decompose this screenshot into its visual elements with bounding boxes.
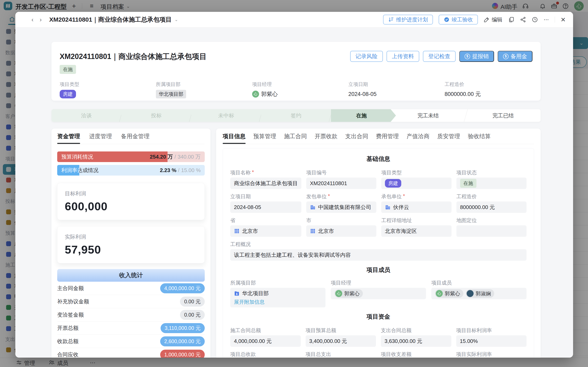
city-input[interactable]: 北京市 [306, 225, 376, 237]
value-box[interactable]: 4,000,000.00 元 [230, 335, 301, 347]
modal-title: XM2024110801｜商业综合体施工总承包项目 [49, 16, 172, 24]
avatar: 心 [436, 290, 443, 297]
tab-invoicing[interactable]: 开票收款 [315, 129, 338, 144]
province-input[interactable]: 北京市 [230, 225, 301, 237]
map-location-input[interactable] [456, 225, 527, 237]
submit-expense-button[interactable]: $ 提报销 [459, 51, 494, 62]
amount-pill: 1,000,000.00 元 [160, 350, 205, 358]
section-members: 项目成员 [230, 266, 527, 274]
field-balance: 项目收支差额 57,950.00 元 [381, 351, 451, 358]
actual-profit-card: 实际利润 57,950 [57, 226, 205, 263]
field-target-profit-rate: 项目目标利润率 15.00% [456, 327, 527, 347]
tab-construction-contract[interactable]: 施工合同 [284, 129, 307, 144]
address-input[interactable]: 北京市海淀区 [381, 225, 451, 237]
copy-icon[interactable] [508, 17, 514, 23]
edit-button[interactable]: 编辑 [484, 16, 503, 23]
more-actions-button[interactable]: ⋯ [544, 17, 549, 23]
finance-panel: 资金管理 进度管理 备用金管理 预算消耗情况 预算消耗情况 254.20 万/3… [51, 129, 210, 358]
value-box[interactable]: 15.00% [456, 335, 527, 347]
building-icon [385, 204, 391, 210]
register-inspection-button[interactable]: 登记检查 [423, 51, 456, 62]
start-date-input[interactable]: 2024-08-05 [230, 201, 301, 213]
project-name-input[interactable]: 商业综合体施工总承包项目 [230, 178, 301, 189]
title-chevron-down-icon[interactable]: ⌄ [175, 17, 178, 22]
overview-input[interactable]: 该工程主要包括土建工程、设备安装和调试等内容 [230, 249, 527, 261]
project-status-input[interactable]: 在施 [456, 178, 527, 189]
profit-bar-values: 2.23 %/15.00 % [160, 165, 201, 175]
summary-fields: 项目类型 房建 所属项目部 华北项目部 项目经理 心郭紫心 立项日期 2024-… [60, 81, 532, 98]
project-code-input[interactable]: XM2024110801 [306, 178, 376, 189]
tab-quality-safety[interactable]: 质安管理 [437, 129, 460, 144]
maintain-schedule-button[interactable]: 维护进度计划 [383, 15, 433, 25]
tab-progress[interactable]: 进度管理 [89, 129, 112, 144]
field-province: 省 北京市 [230, 217, 301, 237]
step-bidding[interactable]: 投标 [121, 109, 191, 122]
tab-reserve[interactable]: 备用金管理 [121, 129, 150, 144]
income-row: 主合同金额4,000,000.00 元 [57, 282, 205, 295]
summary-actions: 记录风险 上传资料 登记检查 $ 提报销 $ 备用金 [350, 51, 532, 62]
field-start-date: 立项日期 2024-08-05 [230, 193, 301, 213]
reserve-fund-button[interactable]: $ 备用金 [498, 51, 532, 62]
step-done-settled[interactable]: 完工已结 [466, 109, 541, 122]
field-owner-unit: 发包单位* 中国建筑集团有限公司 [306, 193, 376, 213]
avatar: 心 [252, 91, 259, 98]
project-type-input[interactable]: 房建 [381, 178, 451, 189]
tab-budget[interactable]: 预算管理 [253, 129, 276, 144]
forward-button[interactable]: › [37, 16, 45, 23]
member-chip[interactable]: 心郭紫心 [435, 289, 463, 298]
project-cost-input[interactable]: 8000000.00 元 [456, 201, 527, 213]
income-row: 补充协议金额0.00 元 [57, 295, 205, 308]
avatar [467, 290, 474, 297]
step-not-won[interactable]: 未中标 [191, 109, 261, 122]
contractor-unit-input[interactable]: 伙伴云 [381, 201, 451, 213]
field-project-status: 项目状态 在施 [456, 169, 527, 189]
value-box[interactable]: 3,630,000.00 元 [381, 335, 451, 347]
team-members-input[interactable]: 心郭紫心 郭淑娴 [431, 288, 527, 299]
upload-docs-button[interactable]: 上传资料 [387, 51, 419, 62]
status-badge: 在施 [60, 65, 76, 74]
close-button[interactable]: ✕ [561, 16, 566, 23]
money-icon: $ [503, 54, 509, 59]
tab-project-info[interactable]: 项目信息 [223, 129, 246, 144]
tab-output-negotiation[interactable]: 产值洽商 [407, 129, 429, 144]
field-project-name: 项目名称* 商业综合体施工总承包项目 [230, 169, 301, 189]
target-profit-value: 600,000 [65, 200, 197, 213]
member-chip[interactable]: 郭淑娴 [466, 289, 494, 298]
info-tabs: 项目信息 预算管理 施工合同 开票收款 支出合同 费用管理 产值洽商 质安管理 … [223, 129, 534, 144]
sort-icon [388, 17, 394, 23]
field-total-received: 项目总收款 2,600,000.00 元 [230, 351, 301, 358]
step-done-unsettled[interactable]: 完工未结 [391, 109, 466, 122]
field-cost: 工程造价 8000000.00 元 [444, 81, 532, 98]
tab-funds[interactable]: 资金管理 [57, 129, 80, 144]
value-box[interactable]: 3,400,000.00 元 [306, 335, 376, 347]
income-row: 开票总额3,110,000.00 元 [57, 321, 205, 335]
field-team-members: 项目成员 心郭紫心 郭淑娴 [431, 279, 527, 307]
pencil-icon [484, 17, 490, 23]
income-row: 收款总额2,600,000.00 元 [57, 335, 205, 348]
expand-extra-info-link[interactable]: 展开附加信息 [234, 299, 264, 305]
finance-tabs: 资金管理 进度管理 备用金管理 [57, 129, 205, 144]
back-button[interactable]: ‹ [28, 16, 37, 23]
field-department: 所属项目部 华北项目部 展开附加信息 [230, 279, 325, 307]
tab-expense-contract[interactable]: 支出合同 [345, 129, 368, 144]
owner-unit-input[interactable]: 中国建筑集团有限公司 [306, 201, 376, 213]
completion-acceptance-button[interactable]: 竣工验收 [439, 15, 478, 25]
step-negotiation[interactable]: 洽谈 [51, 109, 121, 122]
budget-consumption-bar: 预算消耗情况 预算消耗情况 254.20 万/340.00 万 [57, 151, 205, 162]
department-input[interactable]: 华北项目部 展开附加信息 [230, 288, 325, 307]
tab-fees[interactable]: 费用管理 [376, 129, 399, 144]
budget-bar-values: 254.20 万/340.00 万 [150, 151, 201, 162]
field-budget-total: 项目预算总额 3,400,000.00 元 [306, 327, 376, 347]
manager-input[interactable]: 心郭紫心 [331, 288, 426, 299]
tab-acceptance-settlement[interactable]: 验收结算 [468, 129, 491, 144]
amount-pill: 2,600,000.00 元 [160, 336, 205, 346]
share-icon[interactable] [520, 17, 526, 23]
field-total-spent: 项目总支出 2,542,050.00 元 [306, 351, 376, 358]
avatar: 心 [335, 290, 342, 297]
step-signed[interactable]: 签约 [261, 109, 331, 122]
project-stage-stepper: 洽谈 投标 未中标 签约 在施 完工未结 完工已结 [51, 109, 541, 122]
record-risk-button[interactable]: 记录风险 [350, 51, 383, 62]
member-chip[interactable]: 心郭紫心 [334, 289, 363, 298]
step-in-construction[interactable]: 在施 [331, 109, 396, 122]
history-clock-icon[interactable] [532, 17, 538, 23]
